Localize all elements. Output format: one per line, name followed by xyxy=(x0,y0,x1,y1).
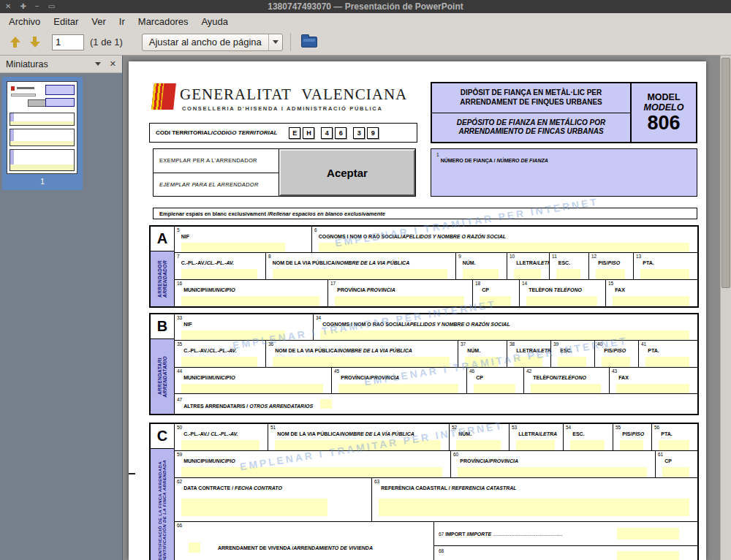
field-number: 45 xyxy=(334,368,339,374)
thumbnails-sidebar: Miniaturas ✕ 1 xyxy=(0,56,123,560)
side-label-va: ARRENDATARI xyxy=(157,357,162,395)
input-7[interactable] xyxy=(181,269,257,279)
input-55[interactable] xyxy=(620,440,643,450)
field-number: 14 xyxy=(522,281,527,286)
input-40[interactable] xyxy=(602,357,630,367)
menu-archivo[interactable]: Archivo xyxy=(2,14,47,29)
field-66-arrendament-vivenda: 66 ARRENDAMENT DE VIVENDA / ARRENDAMIENT… xyxy=(175,522,434,560)
maximize-window-icon[interactable]: ▭ xyxy=(48,3,55,10)
field-52-num: 52NÚM. xyxy=(450,424,510,450)
input-13[interactable] xyxy=(640,269,689,279)
input-12[interactable] xyxy=(596,269,625,279)
menu-ver[interactable]: Ver xyxy=(85,14,113,29)
checkbox-47-altres-arrendataris[interactable] xyxy=(320,399,332,409)
sidebar-close-icon[interactable]: ✕ xyxy=(110,59,116,69)
field-number: 56 xyxy=(654,425,659,430)
close-window-icon[interactable]: ✕ xyxy=(5,3,11,10)
row: 5NIF 6COGNOMS I NOM O RAÓ SOCIAL/APELLID… xyxy=(175,227,697,253)
input-15[interactable] xyxy=(613,296,689,306)
sidebar-dropdown-icon[interactable] xyxy=(95,62,101,66)
menu-ir[interactable]: Ir xyxy=(113,14,132,29)
input-14[interactable] xyxy=(526,296,597,306)
input-46[interactable] xyxy=(474,384,515,393)
input-60[interactable] xyxy=(458,467,647,477)
input-67-import[interactable] xyxy=(617,528,679,540)
label-es: PROVINCIA xyxy=(367,287,395,292)
input-16[interactable] xyxy=(181,296,319,306)
field-6-cognoms: 6COGNOMS I NOM O RAÓ SOCIAL/APELLIDOS Y … xyxy=(312,227,697,252)
input-50[interactable] xyxy=(181,440,260,450)
minimize-window-icon[interactable]: − xyxy=(35,3,39,10)
scrollbar-thumb[interactable] xyxy=(721,58,730,288)
input-59[interactable] xyxy=(181,467,442,477)
label-va: MUNICIPI/ xyxy=(183,458,208,463)
input-38[interactable] xyxy=(514,357,542,367)
input-11[interactable] xyxy=(556,269,580,279)
input-10[interactable] xyxy=(514,269,541,279)
input-39[interactable] xyxy=(558,357,586,367)
input-53[interactable] xyxy=(516,440,555,450)
field-label: 52NÚM. xyxy=(452,425,507,439)
label-es: APELLIDOS Y NOMBRE O RAZÓN SOCIAL xyxy=(406,322,510,327)
input-61[interactable] xyxy=(662,467,689,477)
input-18[interactable] xyxy=(480,296,511,306)
menu-marcadores[interactable]: Marcadores xyxy=(132,14,195,29)
exemplar-label-es: EJEMPLAR PARA EL ARRENDADOR xyxy=(154,173,279,197)
field-36-via-nombre: 36NOM DE LA VIA PÚBLICA/NOMBRE DE LA VIA… xyxy=(266,341,458,367)
input-51[interactable] xyxy=(275,440,441,450)
input-43[interactable] xyxy=(616,384,689,393)
section-b-side: B ARRENDATARI ARRENDATARIO xyxy=(151,314,175,414)
label-va: CP xyxy=(476,375,483,380)
input-5-nif[interactable] xyxy=(181,243,285,252)
label-es: FECHA CONTRATO xyxy=(235,485,282,491)
exemplar-labels: EXEMPLAR PER A L'ARRENDADOR EJEMPLAR PAR… xyxy=(154,149,279,196)
zoom-select[interactable]: Ajustar al ancho de página xyxy=(142,34,283,51)
sticky-window-icon[interactable]: ✚ xyxy=(20,3,26,10)
input-9[interactable] xyxy=(463,269,499,279)
input-8[interactable] xyxy=(273,269,447,279)
field-14-telefon: 14TELÈFON TELÉFONO xyxy=(520,280,606,306)
input-45[interactable] xyxy=(338,384,458,393)
thumb-org-line xyxy=(17,87,34,89)
input-34-cognoms[interactable] xyxy=(320,330,689,340)
input-37[interactable] xyxy=(465,357,499,367)
input-17[interactable] xyxy=(335,296,464,306)
sidebar-title[interactable]: Miniaturas xyxy=(6,59,95,69)
zoom-dropdown-arrow[interactable] xyxy=(268,34,282,50)
input-44[interactable] xyxy=(181,384,323,393)
checkbox-66-arrendament-vivenda[interactable] xyxy=(189,542,200,553)
input-63[interactable] xyxy=(379,499,689,516)
input-33-nif[interactable] xyxy=(181,330,285,340)
field-label: 42TELÈFON/TELÉFONO xyxy=(526,368,607,382)
input-42[interactable] xyxy=(531,384,601,393)
input-6-cognoms[interactable] xyxy=(319,243,689,252)
next-page-button[interactable] xyxy=(25,32,45,52)
input-36[interactable] xyxy=(273,357,450,367)
accept-button[interactable]: Aceptar xyxy=(279,149,415,196)
field-number: 40 xyxy=(597,341,602,347)
instruction-bar: Emplenar espais en blanc exclusivament /… xyxy=(153,208,697,219)
input-52[interactable] xyxy=(456,440,501,450)
input-41[interactable] xyxy=(645,357,689,367)
previous-page-button[interactable] xyxy=(5,32,25,52)
menu-ayuda[interactable]: Ayuda xyxy=(194,14,235,29)
page-thumbnail[interactable] xyxy=(7,81,77,174)
input-35[interactable] xyxy=(181,357,257,367)
field-number: 66 xyxy=(177,523,182,528)
section-b-strip: ARRENDATARI ARRENDATARIO xyxy=(151,339,174,414)
input-62[interactable] xyxy=(181,499,327,516)
numero-fianza-box[interactable]: 1NÚMERO DE FIANÇA / NÚMERO DE FIANZA xyxy=(431,148,697,197)
menu-editar[interactable]: Editar xyxy=(47,14,85,29)
field-number: 63 xyxy=(374,479,379,484)
field-label: 44MUNICIPI/MUNICIPIO xyxy=(177,368,329,382)
codi-box-5: 3 xyxy=(353,127,365,139)
up-arrow-icon xyxy=(10,37,20,42)
input-54[interactable] xyxy=(570,440,605,450)
vertical-scrollbar[interactable] xyxy=(720,56,731,560)
label-va: C.-PL.-AV./ xyxy=(183,431,211,436)
field-label: 8NOM DE LA VIA PÚBLICA/NOMBRE DE LA VIA … xyxy=(268,254,453,268)
open-folder-button[interactable] xyxy=(298,32,320,52)
input-56[interactable] xyxy=(659,440,689,450)
page-number-input[interactable] xyxy=(52,34,84,50)
input-68[interactable] xyxy=(617,551,679,560)
